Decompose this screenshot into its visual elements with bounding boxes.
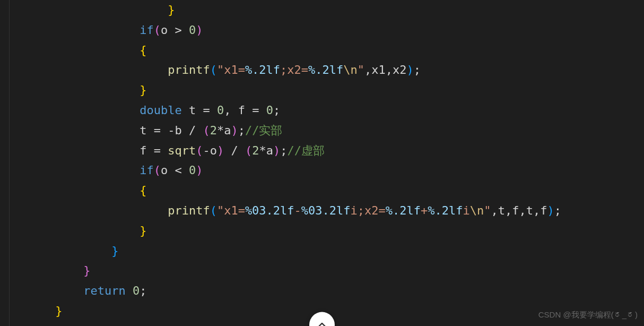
code-editor[interactable]: } if(o > 0) { printf("x1=%.2lf;x2=%.2lf\…	[0, 0, 644, 326]
code-line[interactable]: f = sqrt(-o) / (2*a);//虚部	[20, 141, 644, 161]
code-line[interactable]: if(o > 0)	[20, 20, 644, 40]
code-line[interactable]: }	[20, 261, 644, 281]
code-line[interactable]: printf("x1=%03.2lf-%03.2lfi;x2=%.2lf+%.2…	[20, 201, 644, 221]
code-area[interactable]: } if(o > 0) { printf("x1=%.2lf;x2=%.2lf\…	[10, 0, 644, 326]
code-line[interactable]: t = -b / (2*a);//实部	[20, 121, 644, 141]
code-line[interactable]: }	[20, 221, 644, 241]
code-line[interactable]: }	[20, 241, 644, 261]
watermark-text: CSDN @我要学编程(ಥ_ಥ)	[538, 308, 638, 322]
code-line[interactable]: if(o < 0)	[20, 160, 644, 181]
code-line[interactable]: return 0;	[20, 281, 644, 301]
code-line[interactable]: {	[20, 181, 644, 201]
code-line[interactable]: }	[20, 0, 644, 20]
code-line[interactable]: double t = 0, f = 0;	[20, 100, 644, 121]
line-gutter	[0, 0, 10, 326]
code-line[interactable]: printf("x1=%.2lf;x2=%.2lf\n",x1,x2);	[20, 60, 644, 80]
code-line[interactable]: }	[20, 80, 644, 100]
code-line[interactable]: {	[20, 40, 644, 61]
chevron-up-icon	[316, 319, 328, 326]
